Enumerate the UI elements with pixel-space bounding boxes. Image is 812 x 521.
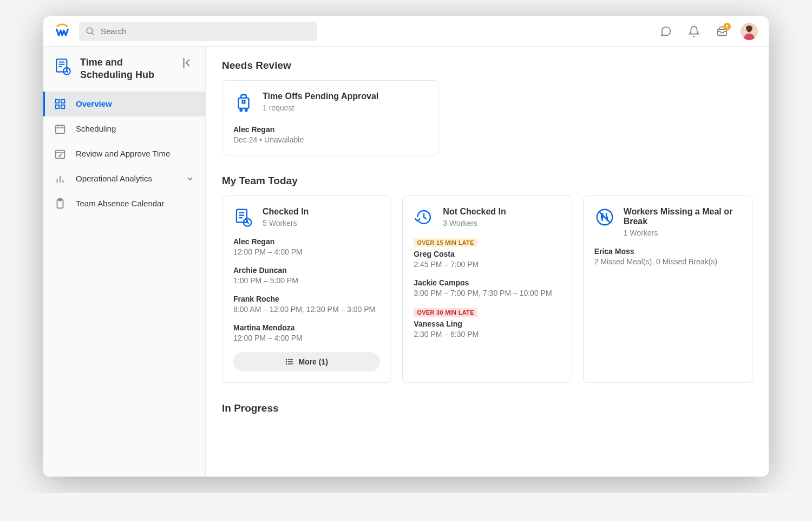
missing-break-card[interactable]: Workers Missing a Meal or Break 1 Worker… [583,196,752,383]
worker-time: 12:00 PM – 4:00 PM [233,248,380,256]
search-input[interactable] [101,27,311,36]
svg-line-42 [599,211,610,223]
svg-line-1 [91,32,94,35]
app-window: 5 Time and Scheduling Hub Overview [43,16,769,477]
calendar-icon [54,123,66,135]
inbox-icon[interactable]: 5 [712,22,732,41]
checked-in-card[interactable]: Checked In 5 Workers Alec Regan12:00 PM … [222,196,391,383]
person-name: Alec Regan [233,125,427,134]
analytics-icon [54,173,66,185]
inbox-badge: 5 [723,23,731,30]
worker-entry: Archie Duncan1:00 PM – 5:00 PM [233,266,380,285]
svg-rect-5 [56,59,67,71]
card-subtitle: 1 request [263,103,378,112]
svg-rect-13 [56,105,59,108]
svg-rect-14 [61,105,64,108]
workday-logo[interactable] [54,23,70,40]
svg-point-39 [286,362,287,362]
chevron-down-icon [186,174,194,183]
nav-list: Overview Scheduling Review and Approve T… [43,92,205,216]
more-label: More (1) [298,357,328,366]
sidebar: Time and Scheduling Hub Overview Schedul… [43,47,206,477]
topbar: 5 [43,16,769,47]
no-meal-icon [594,207,615,227]
nav-overview[interactable]: Overview [43,92,205,116]
hub-title: Time and Scheduling Hub [80,56,174,82]
search-icon [86,27,95,36]
worker-entry: Martina Mendoza12:00 PM – 4:00 PM [233,323,380,342]
card-subtitle: 1 Workers [624,229,741,237]
in-progress-title: In Progress [222,402,752,414]
nav-absence-calendar[interactable]: Team Absence Calendar [43,191,205,216]
main-content: Needs Review Time Offs Pending Approval … [206,47,769,477]
hub-icon [54,57,73,76]
not-checked-in-card[interactable]: Not Checked In 3 Workers OVER 15 MIN LAT… [402,196,572,383]
worker-entry: OVER 30 MIN LATEVanessa Ling2:30 PM – 6:… [414,307,560,338]
overview-icon [54,98,66,110]
worker-time: 2:30 PM – 6:30 PM [414,330,560,338]
search-field[interactable] [79,22,317,41]
nav-label: Overview [76,99,194,108]
svg-rect-11 [56,100,59,103]
nav-label: Team Absence Calendar [76,199,194,208]
chat-icon[interactable] [656,22,676,41]
worker-time: 2 Missed Meal(s), 0 Missed Break(s) [594,257,741,266]
worker-time: 1:00 PM – 5:00 PM [233,276,380,285]
sidebar-header: Time and Scheduling Hub [43,47,205,92]
clock-rewind-icon [414,207,434,227]
user-avatar[interactable] [741,23,758,40]
worker-entry: Alec Regan12:00 PM – 4:00 PM [233,237,380,256]
body: Time and Scheduling Hub Overview Schedul… [43,47,769,477]
svg-rect-12 [61,100,64,103]
card-subtitle: 5 Workers [263,219,309,227]
worker-name: Frank Roche [233,295,380,303]
card-title: Not Checked In [443,207,506,217]
collapse-sidebar-icon[interactable] [181,56,194,69]
worker-name: Alec Regan [233,237,380,246]
nav-scheduling[interactable]: Scheduling [43,116,205,141]
person-detail: Dec 24 • Unavailable [233,135,427,144]
card-title: Workers Missing a Meal or Break [624,207,741,226]
team-grid: Checked In 5 Workers Alec Regan12:00 PM … [222,196,752,383]
nav-analytics[interactable]: Operational Analytics [43,166,205,191]
svg-rect-29 [243,101,245,103]
luggage-icon [233,92,254,112]
worker-entry: Jackie Campos3:00 PM – 7:00 PM, 7:30 PM … [414,278,560,297]
svg-rect-15 [56,125,65,133]
svg-point-28 [245,109,247,112]
nav-review-approve[interactable]: Review and Approve Time [43,141,205,166]
clipboard-icon [54,198,66,210]
nav-label: Review and Approve Time [76,149,194,158]
worker-time: 12:00 PM – 4:00 PM [233,334,380,342]
my-team-title: My Team Today [222,175,752,187]
worker-time: 2:45 PM – 7:00 PM [414,260,560,269]
worker-name: Martina Mendoza [233,323,380,332]
late-badge: OVER 30 MIN LATE [414,308,477,317]
worker-entry: Frank Roche8:00 AM – 12:00 PM, 12:30 PM … [233,295,380,314]
worker-name: Vanessa Ling [414,320,560,328]
late-badge: OVER 15 MIN LATE [414,238,477,247]
svg-point-38 [286,360,287,360]
card-subtitle: 3 Workers [443,219,506,227]
calendar-check-icon [54,148,66,160]
worker-time: 8:00 AM – 12:00 PM, 12:30 PM – 3:00 PM [233,305,380,314]
card-title: Time Offs Pending Approval [263,92,378,101]
nav-label: Scheduling [76,124,194,133]
worker-name: Erica Moss [594,247,741,256]
more-button[interactable]: More (1) [233,352,380,372]
list-icon [285,357,294,366]
worker-time: 3:00 PM – 7:00 PM, 7:30 PM – 10:00 PM [414,289,560,297]
checked-in-icon [233,207,254,227]
svg-point-40 [286,364,287,364]
worker-name: Archie Duncan [233,266,380,275]
worker-name: Jackie Campos [414,278,560,287]
nav-label: Operational Analytics [76,174,176,183]
notifications-icon[interactable] [684,22,704,41]
svg-point-27 [240,109,242,112]
time-off-approval-card[interactable]: Time Offs Pending Approval 1 request Ale… [222,80,438,155]
card-title: Checked In [263,207,309,217]
worker-entry: Erica Moss2 Missed Meal(s), 0 Missed Bre… [594,247,741,266]
svg-point-0 [87,28,93,34]
needs-review-title: Needs Review [222,60,752,71]
svg-rect-19 [56,150,65,158]
